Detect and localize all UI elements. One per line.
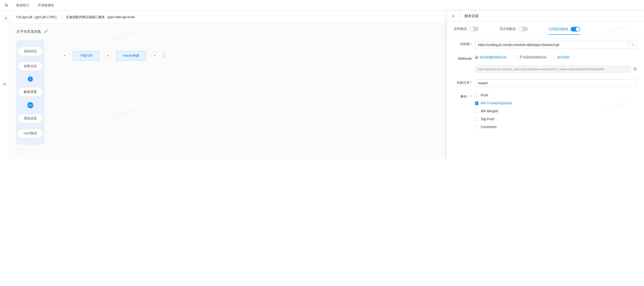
code-commit-trigger-switch[interactable] — [571, 27, 580, 31]
checkbox-mr-merged-label: MR Merged — [481, 109, 498, 113]
overlap-icon[interactable]: ⧉ — [4, 82, 6, 86]
svg-rect-3 — [635, 68, 636, 70]
checkbox-mr-merged[interactable]: MR Merged — [475, 109, 637, 113]
checkbox-comments-label: Comments — [481, 125, 497, 129]
copy-icon[interactable] — [633, 67, 637, 72]
pill-yaml-preview[interactable]: Yaml预览 — [18, 129, 43, 138]
breadcrumb-separator: / — [62, 15, 63, 19]
nav-item-market[interactable]: 场 — [5, 3, 8, 7]
checkbox-icon — [475, 101, 478, 105]
tab-code-commit-label: 代码提交触发 — [549, 27, 568, 31]
checkbox-icon — [475, 117, 478, 121]
pill-params-badge: 1 — [28, 76, 33, 82]
close-icon[interactable] — [447, 11, 460, 21]
drawer-title: 触发设置 — [460, 14, 479, 18]
radio-manual-label: 手动添加Webhook — [520, 55, 546, 59]
add-node-button[interactable]: + — [61, 52, 68, 59]
checkbox-mr-created-label: MR Created/Updated — [481, 101, 512, 105]
timer-trigger-switch[interactable] — [469, 26, 479, 31]
repo-label: 代码库* — [454, 41, 472, 46]
tab-pipeline-label: 流水线触发 — [500, 27, 516, 31]
top-navigation: 场 数据统计 开源镜像站 — [0, 0, 644, 11]
webhook-help-link[interactable]: 操作说明 — [557, 55, 569, 59]
nav-item-mirror[interactable]: 开源镜像站 — [38, 3, 54, 7]
node-download-code[interactable]: 下载代码 — [73, 51, 100, 60]
sidebar-pills: 基础信息 参数信息 1 触发设置 </> 通知设置 Yaml预览 — [16, 40, 44, 145]
events-label: 事件? * — [454, 93, 472, 99]
node-maven-build[interactable]: Maven构建 — [116, 51, 146, 60]
checkbox-push-label: Push — [481, 93, 488, 97]
trigger-tabs: 定时触发 流水线触发 代码提交触发 — [447, 21, 644, 35]
node-partial[interactable] — [163, 53, 165, 58]
pill-notify-settings[interactable]: 通知设置 — [18, 114, 43, 123]
checkbox-mr-created[interactable]: MR Created/Updated — [475, 101, 637, 105]
checkbox-comments[interactable]: Comments — [475, 125, 637, 129]
tab-pipeline-trigger[interactable]: 流水线触发 — [500, 26, 528, 31]
webhook-label: Webhook — [454, 55, 472, 60]
left-rail: 用 ⧉ — [0, 11, 9, 159]
checkbox-tag-push[interactable]: Tag Push — [475, 117, 637, 121]
tab-code-commit-trigger[interactable]: 代码提交触发 — [549, 27, 580, 35]
checkbox-push[interactable]: Push — [475, 93, 637, 97]
nav-item-stats[interactable]: 数据统计 — [16, 3, 30, 7]
radio-manual-webhook[interactable]: 手动添加Webhook — [515, 55, 546, 59]
trigger-settings-drawer: 触发设置 定时触发 流水线触发 代码提交触发 zhaoyongping8 — [447, 11, 644, 159]
edit-icon[interactable] — [44, 30, 48, 34]
add-node-button[interactable]: + — [151, 52, 158, 59]
tab-timer-trigger[interactable]: 定时触发 — [454, 26, 479, 31]
pill-params[interactable]: 参数信息 — [18, 62, 43, 71]
checkbox-icon — [475, 94, 478, 97]
checkbox-icon — [475, 109, 478, 113]
radio-icon — [475, 56, 478, 59]
branch-label: 目标分支* — [454, 79, 472, 85]
breadcrumb-project[interactable]: CN-jqzs-jdl（jqzs-jdl-17901） — [16, 15, 59, 19]
lock-icon — [629, 41, 637, 49]
radio-auto-webhook[interactable]: 自动创建Webhook — [475, 55, 506, 59]
pipeline-title: 主干分支流水线 — [16, 29, 41, 34]
code-icon: </> — [27, 102, 34, 108]
pipeline-trigger-switch[interactable] — [518, 26, 528, 31]
repo-input[interactable] — [475, 41, 629, 48]
checkbox-icon — [475, 125, 478, 129]
pill-basic-info[interactable]: 基础信息 — [18, 47, 43, 56]
add-node-button[interactable]: + — [104, 52, 112, 59]
radio-auto-label: 自动创建Webhook — [480, 55, 506, 59]
checkbox-tag-push-label: Tag Push — [481, 117, 494, 121]
collapse-sidebar-button[interactable]: < — [16, 146, 22, 152]
watermark: zhaoyongping8 — [110, 108, 135, 121]
tab-timer-label: 定时触发 — [454, 27, 467, 31]
svg-rect-2 — [632, 44, 634, 46]
webhook-url-display[interactable]: http://bamboo.jd.com/rest_api/v1/rpc/bam… — [475, 65, 631, 73]
radio-icon — [515, 56, 518, 59]
pill-trigger-settings[interactable]: 触发设置 — [18, 87, 43, 97]
breadcrumb-service[interactable]: 京旗指数内网后端接口服务（jqzs-web-api-inner — [66, 15, 135, 19]
left-partial-button[interactable]: 用 — [2, 15, 7, 22]
branch-input[interactable] — [475, 79, 637, 87]
